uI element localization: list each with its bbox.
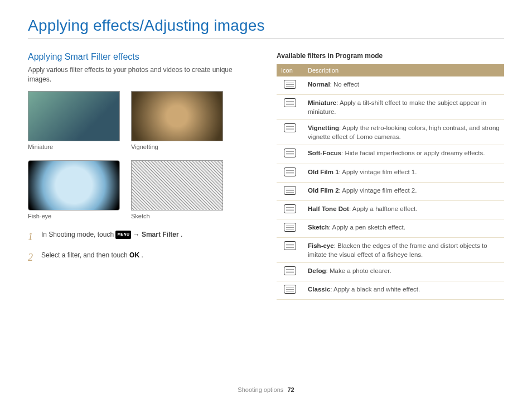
ok-icon: OK	[129, 251, 139, 259]
page-footer: Shooting options 72	[0, 386, 532, 393]
caption: Miniature	[28, 143, 120, 150]
filter-name: Old Film 1	[308, 169, 339, 175]
filter-desc-cell: Defog: Make a photo clearer.	[303, 263, 504, 281]
sample-miniature: Miniature	[28, 91, 120, 150]
filter-desc: : Blacken the edges of the frame and dis…	[308, 242, 487, 258]
filter-icon	[284, 149, 296, 157]
filter-name: Defog	[308, 267, 326, 274]
filter-desc: : Apply vintage film effect 2.	[339, 187, 417, 194]
table-row: Defog: Make a photo clearer.	[277, 263, 504, 281]
filter-icon	[284, 123, 296, 132]
steps: 1 In Shooting mode, touch MENU → Smart F…	[28, 229, 255, 265]
filter-desc: : No effect	[330, 81, 359, 88]
filter-icon	[284, 285, 296, 294]
filter-icon	[284, 223, 296, 232]
caption: Vignetting	[131, 143, 223, 150]
thumb-vignetting	[131, 91, 223, 141]
columns: Applying Smart Filter effects Apply vari…	[28, 52, 504, 300]
table-row: Miniature: Apply a tilt-shift effect to …	[277, 95, 504, 120]
filter-icon-cell	[277, 237, 303, 262]
caption: Sketch	[131, 213, 223, 219]
filter-desc-cell: Old Film 1: Apply vintage film effect 1.	[303, 164, 504, 182]
filter-icon-cell	[277, 95, 303, 120]
filter-desc-cell: Fish-eye: Blacken the edges of the frame…	[303, 237, 504, 262]
filter-desc-cell: Miniature: Apply a tilt-shift effect to …	[303, 95, 504, 120]
filter-icon-cell	[277, 281, 303, 300]
filter-desc-cell: Sketch: Apply a pen sketch effect.	[303, 219, 504, 237]
filter-icon-cell	[277, 145, 303, 164]
step-text: In Shooting mode, touch MENU → Smart Fil…	[41, 229, 182, 245]
text: .	[141, 251, 143, 259]
table-row: Old Film 1: Apply vintage film effect 1.	[277, 164, 504, 182]
filter-desc: : Apply a pen sketch effect.	[329, 224, 405, 231]
filter-desc-cell: Old Film 2: Apply vintage film effect 2.	[303, 182, 504, 200]
filter-icon-cell	[277, 76, 303, 95]
filter-icon	[284, 98, 296, 107]
caption: Fish-eye	[28, 213, 120, 219]
table-row: Soft-Focus: Hide facial imperfections or…	[277, 145, 504, 164]
filter-icon-cell	[277, 182, 303, 200]
filter-name: Soft-Focus	[308, 150, 341, 156]
filter-desc: : Apply a black and white effect.	[330, 286, 420, 293]
page-number: 72	[287, 386, 294, 393]
step-number: 1	[28, 229, 36, 245]
filter-name: Sketch	[308, 224, 329, 231]
section-title: Applying Smart Filter effects	[28, 52, 255, 62]
filter-icon	[284, 266, 296, 275]
divider	[28, 38, 504, 39]
intro-text: Apply various filter effects to your pho…	[28, 65, 255, 84]
filter-desc-cell: Vignetting: Apply the retro-looking colo…	[303, 120, 504, 145]
filter-desc: : Hide facial imperfections or apply dre…	[341, 150, 485, 156]
thumb-fisheye	[28, 160, 120, 210]
filter-name: Fish-eye	[308, 242, 334, 249]
table-row: Old Film 2: Apply vintage film effect 2.	[277, 182, 504, 200]
table-row: Vignetting: Apply the retro-looking colo…	[277, 120, 504, 145]
sample-grid: Miniature Vignetting Fish-eye Sketch	[28, 91, 255, 219]
filter-name: Half Tone Dot	[308, 205, 349, 212]
table-row: Classic: Apply a black and white effect.	[277, 281, 504, 300]
smart-filter-label: Smart Filter	[142, 231, 179, 238]
sample-vignetting: Vignetting	[131, 91, 223, 150]
table-row: Half Tone Dot: Apply a halftone effect.	[277, 200, 504, 219]
table-row: Normal: No effect	[277, 76, 504, 95]
filter-icon-cell	[277, 164, 303, 182]
filters-table: Icon Description Normal: No effectMiniat…	[277, 64, 504, 300]
sample-fisheye: Fish-eye	[28, 160, 120, 219]
step-text: Select a filter, and then touch OK .	[41, 250, 143, 265]
filter-name: Normal	[308, 81, 330, 88]
text: In Shooting mode, touch	[41, 231, 115, 238]
filter-desc: : Apply vintage film effect 1.	[339, 169, 417, 175]
filter-icon-cell	[277, 200, 303, 219]
filter-desc-cell: Soft-Focus: Hide facial imperfections or…	[303, 145, 504, 164]
filter-desc: : Apply a halftone effect.	[349, 205, 418, 212]
filter-icon	[284, 241, 296, 250]
filter-icon	[284, 168, 296, 176]
table-row: Fish-eye: Blacken the edges of the frame…	[277, 237, 504, 262]
text: Select a filter, and then touch	[41, 251, 129, 259]
th-icon: Icon	[277, 64, 303, 76]
filter-desc: : Make a photo clearer.	[326, 267, 391, 274]
right-column: Available filters in Program mode Icon D…	[277, 52, 504, 300]
filter-desc-cell: Half Tone Dot: Apply a halftone effect.	[303, 200, 504, 219]
text: .	[181, 231, 182, 238]
filter-name: Classic	[308, 286, 330, 293]
step-number: 2	[28, 250, 36, 265]
filter-icon	[284, 204, 296, 213]
filter-icon-cell	[277, 120, 303, 145]
filter-icon-cell	[277, 263, 303, 281]
th-description: Description	[303, 64, 504, 76]
filter-icon	[284, 186, 296, 195]
filter-name: Vignetting	[308, 125, 339, 131]
step-2: 2 Select a filter, and then touch OK .	[28, 250, 255, 265]
filter-icon-cell	[277, 219, 303, 237]
left-column: Applying Smart Filter effects Apply vari…	[28, 52, 255, 300]
table-title: Available filters in Program mode	[277, 52, 504, 60]
filter-name: Old Film 2	[308, 187, 339, 194]
filter-name: Miniature	[308, 99, 336, 106]
filter-desc-cell: Normal: No effect	[303, 76, 504, 95]
page-title: Applying effects/Adjusting images	[28, 17, 504, 35]
menu-icon: MENU	[115, 231, 131, 239]
sample-sketch: Sketch	[131, 160, 223, 219]
table-row: Sketch: Apply a pen sketch effect.	[277, 219, 504, 237]
thumb-sketch	[131, 160, 223, 210]
